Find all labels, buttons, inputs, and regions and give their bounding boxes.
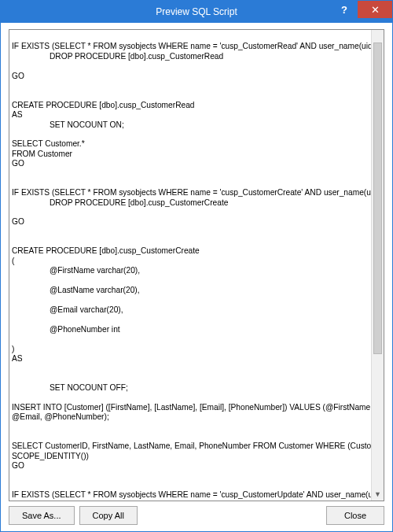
- code-line: AS: [12, 110, 23, 119]
- code-line: SELECT Customer.*: [12, 139, 85, 148]
- blank-line: [12, 471, 369, 481]
- code-line: IF EXISTS (SELECT * FROM sysobjects WHER…: [12, 42, 384, 50]
- code-line: DROP PROCEDURE [dbo].cusp_CustomerRead: [12, 52, 369, 61]
- code-line: @FirstName varchar(20),: [12, 266, 369, 275]
- code-line: AS: [12, 354, 23, 363]
- close-button[interactable]: Close: [326, 506, 384, 525]
- code-line: IF EXISTS (SELECT * FROM sysobjects WHER…: [12, 490, 384, 499]
- code-line: ): [12, 345, 14, 353]
- help-button[interactable]: ?: [331, 1, 358, 18]
- code-line: DROP PROCEDURE [dbo].cusp_CustomerUpdate: [12, 500, 369, 501]
- vertical-scrollbar[interactable]: ▲ ▼: [371, 30, 384, 501]
- code-line: FROM Customer: [12, 150, 72, 158]
- code-line: SELECT CustomerID, FirstName, LastName, …: [12, 441, 384, 450]
- blank-line: [12, 423, 369, 432]
- code-line: GO: [12, 217, 24, 226]
- code-line: IF EXISTS (SELECT * FROM sysobjects WHER…: [12, 188, 384, 197]
- blank-line: [12, 227, 369, 237]
- code-line: DROP PROCEDURE [dbo].cusp_CustomerCreate: [12, 198, 369, 208]
- code-line: @Email varchar(20),: [12, 305, 369, 315]
- dialog-content: IF EXISTS (SELECT * FROM sysobjects WHER…: [1, 23, 392, 531]
- scrollbar-track[interactable]: [372, 42, 384, 488]
- code-line: (: [12, 257, 14, 265]
- button-row: Save As... Copy All Close: [9, 501, 384, 526]
- titlebar: Preview SQL Script ? ✕: [1, 1, 392, 23]
- blank-line: [12, 364, 369, 374]
- blank-line: [12, 169, 369, 179]
- code-line: @Email, @PhoneNumber);: [12, 412, 109, 421]
- blank-line: [12, 81, 369, 91]
- sql-script-text: IF EXISTS (SELECT * FROM sysobjects WHER…: [12, 32, 369, 501]
- scroll-down-icon[interactable]: ▼: [372, 488, 384, 501]
- code-line: SET NOCOUNT OFF;: [12, 383, 369, 393]
- code-line: GO: [12, 72, 24, 80]
- code-line: @LastName varchar(20),: [12, 286, 369, 295]
- code-line: GO: [12, 159, 24, 168]
- scrollbar-thumb[interactable]: [373, 42, 382, 354]
- code-line: GO: [12, 461, 24, 470]
- sql-script-textbox[interactable]: IF EXISTS (SELECT * FROM sysobjects WHER…: [9, 29, 384, 501]
- dialog-window: Preview SQL Script ? ✕ IF EXISTS (SELECT…: [0, 0, 393, 532]
- save-as-button[interactable]: Save As...: [9, 506, 75, 525]
- copy-all-button[interactable]: Copy All: [79, 506, 138, 525]
- code-line: SCOPE_IDENTITY()): [12, 452, 89, 460]
- code-line: CREATE PROCEDURE [dbo].cusp_CustomerRead: [12, 101, 195, 109]
- code-line: INSERT INTO [Customer] ([FirstName], [La…: [12, 403, 384, 412]
- close-window-button[interactable]: ✕: [358, 1, 392, 18]
- code-line: @PhoneNumber int: [12, 325, 369, 334]
- code-line: SET NOCOUNT ON;: [12, 120, 369, 130]
- code-line: CREATE PROCEDURE [dbo].cusp_CustomerCrea…: [12, 246, 200, 255]
- titlebar-buttons: ? ✕: [331, 1, 392, 23]
